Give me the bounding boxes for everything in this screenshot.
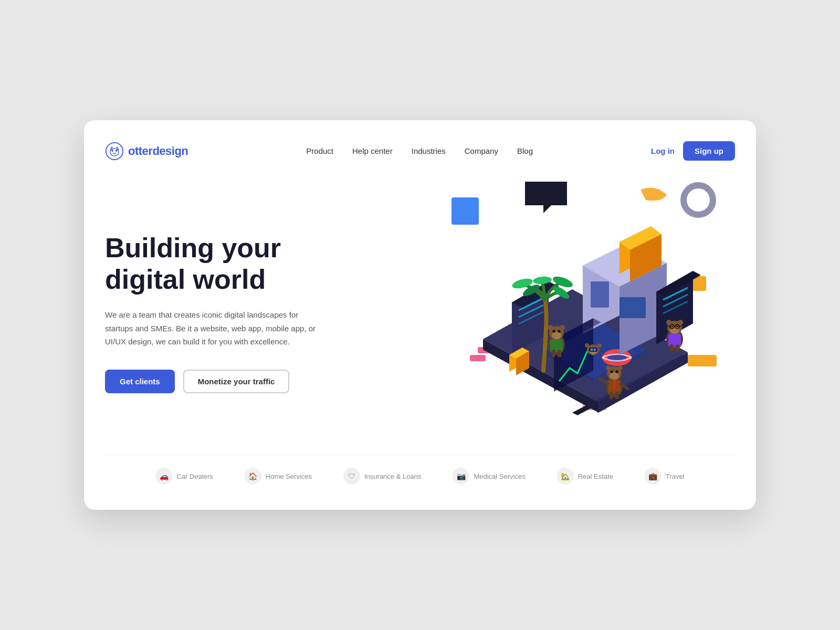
- svg-point-92: [591, 349, 593, 351]
- nav-actions: Log in Sign up: [651, 141, 735, 161]
- insurance-icon: 🛡: [343, 468, 360, 485]
- svg-rect-91: [589, 348, 597, 352]
- svg-point-85: [666, 320, 671, 325]
- logo-icon: [105, 142, 124, 161]
- svg-rect-26: [591, 281, 609, 308]
- home-services-label: Home Services: [266, 472, 312, 480]
- svg-rect-88: [676, 344, 679, 352]
- svg-rect-72: [610, 392, 613, 399]
- insurance-label: Insurance & Loans: [364, 472, 421, 480]
- svg-point-86: [678, 320, 683, 325]
- hero-buttons: Get clients Monetize your traffic: [105, 370, 326, 393]
- svg-point-77: [670, 327, 679, 334]
- industry-travel[interactable]: 💼 Travel: [645, 468, 685, 485]
- svg-point-55: [553, 330, 555, 333]
- medical-label: Medical Services: [474, 472, 525, 480]
- hero-content: Building your digital world We are a tea…: [105, 233, 326, 393]
- svg-rect-9: [470, 355, 486, 361]
- industry-home-services[interactable]: 🏠 Home Services: [245, 468, 312, 485]
- svg-rect-12: [688, 355, 717, 366]
- car-dealers-icon: 🚗: [155, 468, 172, 485]
- svg-point-68: [606, 365, 611, 371]
- scene-svg: [388, 161, 756, 455]
- svg-point-84: [677, 326, 678, 328]
- svg-rect-59: [552, 350, 555, 357]
- svg-point-0: [106, 142, 123, 159]
- hero-section: Building your digital world We are a tea…: [105, 171, 735, 444]
- nav-product[interactable]: Product: [306, 146, 333, 155]
- svg-rect-87: [670, 344, 674, 352]
- svg-point-93: [594, 349, 596, 351]
- svg-point-65: [610, 372, 619, 380]
- home-services-icon: 🏠: [245, 468, 261, 485]
- hero-description: We are a team that creates iconic digita…: [105, 308, 326, 349]
- svg-point-56: [558, 330, 561, 333]
- svg-point-58: [560, 325, 565, 330]
- get-clients-button[interactable]: Get clients: [105, 370, 175, 393]
- svg-line-82: [679, 326, 681, 327]
- hero-illustration: [388, 161, 756, 455]
- svg-rect-6: [452, 197, 479, 225]
- svg-point-69: [617, 365, 623, 371]
- svg-point-67: [616, 371, 618, 373]
- svg-point-1: [110, 148, 119, 155]
- svg-point-66: [611, 371, 613, 373]
- browser-window: otterdesign Product Help center Industri…: [84, 120, 756, 510]
- svg-marker-7: [525, 182, 567, 213]
- travel-label: Travel: [666, 472, 685, 480]
- monetize-traffic-button[interactable]: Monetize your traffic: [183, 370, 290, 393]
- logo-text: otterdesign: [128, 144, 188, 158]
- svg-point-95: [597, 343, 602, 348]
- logo[interactable]: otterdesign: [105, 142, 188, 161]
- svg-point-57: [548, 325, 553, 330]
- svg-line-81: [668, 326, 670, 327]
- svg-rect-73: [615, 392, 619, 399]
- svg-point-8: [684, 185, 713, 215]
- hero-title: Building your digital world: [105, 233, 326, 296]
- car-dealers-label: Car Dealers: [176, 472, 213, 480]
- industry-insurance[interactable]: 🛡 Insurance & Loans: [343, 468, 421, 485]
- industry-car-dealers[interactable]: 🚗 Car Dealers: [155, 468, 213, 485]
- signup-button[interactable]: Sign up: [683, 141, 735, 161]
- industry-medical[interactable]: 📷 Medical Services: [453, 468, 525, 485]
- industry-real-estate[interactable]: 🏡 Real Estate: [557, 468, 613, 485]
- real-estate-label: Real Estate: [578, 472, 613, 480]
- login-button[interactable]: Log in: [651, 146, 675, 155]
- medical-icon: 📷: [453, 468, 469, 485]
- industries-bar: 🚗 Car Dealers 🏠 Home Services 🛡 Insuranc…: [105, 455, 735, 489]
- nav-blog[interactable]: Blog: [517, 146, 533, 155]
- real-estate-icon: 🏡: [557, 468, 574, 485]
- svg-point-54: [552, 332, 561, 339]
- svg-point-83: [671, 326, 673, 328]
- nav-links: Product Help center Industries Company B…: [306, 146, 533, 155]
- travel-icon: 💼: [645, 468, 662, 485]
- svg-rect-60: [558, 350, 561, 357]
- svg-point-94: [585, 343, 589, 348]
- svg-rect-27: [620, 297, 646, 318]
- nav-help-center[interactable]: Help center: [352, 146, 393, 155]
- nav-company[interactable]: Company: [465, 146, 498, 155]
- nav-industries[interactable]: Industries: [412, 146, 446, 155]
